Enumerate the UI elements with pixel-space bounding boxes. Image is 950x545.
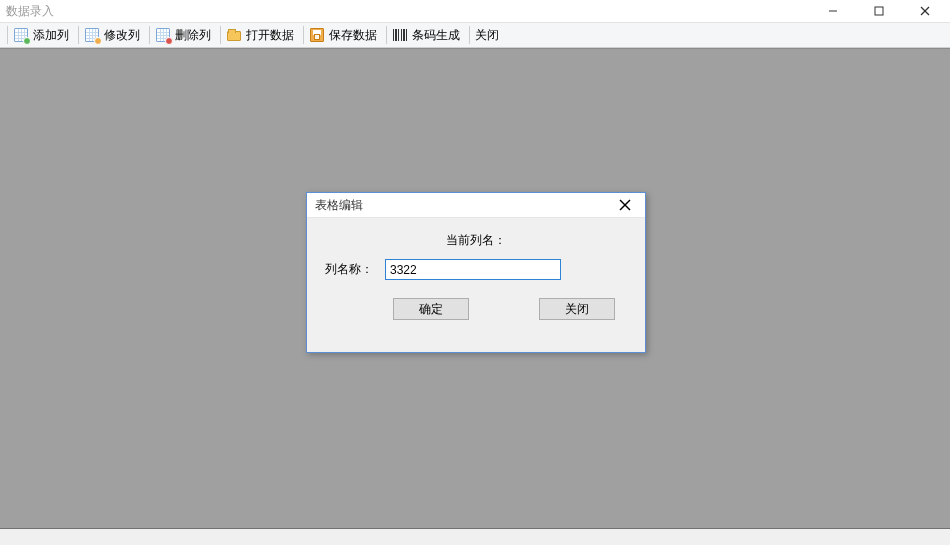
status-bar bbox=[0, 528, 950, 545]
table-edit-icon bbox=[84, 27, 100, 43]
toolbar-label: 修改列 bbox=[104, 27, 140, 44]
toolbar-label: 删除列 bbox=[175, 27, 211, 44]
toolbar-separator bbox=[303, 26, 304, 44]
dialog-close-button[interactable] bbox=[605, 193, 645, 218]
toolbar-label: 关闭 bbox=[475, 27, 499, 44]
close-icon bbox=[920, 6, 930, 16]
barcode-generate-button[interactable]: 条码生成 bbox=[390, 24, 466, 46]
window-title: 数据录入 bbox=[6, 3, 810, 20]
edit-column-button[interactable]: 修改列 bbox=[82, 24, 146, 46]
open-data-button[interactable]: 打开数据 bbox=[224, 24, 300, 46]
toolbar-separator bbox=[220, 26, 221, 44]
toolbar: 添加列 修改列 删除列 打开数据 保存数据 条码生成 关闭 bbox=[0, 22, 950, 48]
toolbar-label: 条码生成 bbox=[412, 27, 460, 44]
workspace-area: 表格编辑 当前列名： 列名称： 确定 关闭 bbox=[0, 48, 950, 528]
toolbar-label: 保存数据 bbox=[329, 27, 377, 44]
window-minimize-button[interactable] bbox=[810, 0, 856, 22]
dialog-titlebar: 表格编辑 bbox=[307, 193, 645, 218]
save-data-button[interactable]: 保存数据 bbox=[307, 24, 383, 46]
svg-rect-1 bbox=[875, 7, 883, 15]
minimize-icon bbox=[828, 6, 838, 16]
column-name-label: 列名称： bbox=[325, 261, 379, 278]
column-name-input[interactable] bbox=[385, 259, 561, 280]
svg-line-3 bbox=[921, 7, 929, 15]
dialog-body: 当前列名： 列名称： 确定 关闭 bbox=[307, 218, 645, 320]
window-close-button[interactable] bbox=[902, 0, 948, 22]
toolbar-separator bbox=[469, 26, 470, 44]
maximize-icon bbox=[874, 6, 884, 16]
add-column-button[interactable]: 添加列 bbox=[11, 24, 75, 46]
dialog-button-row: 确定 关闭 bbox=[325, 298, 627, 320]
delete-column-button[interactable]: 删除列 bbox=[153, 24, 217, 46]
close-button[interactable]: 关闭 bbox=[539, 298, 615, 320]
barcode-icon bbox=[392, 27, 408, 43]
window-maximize-button[interactable] bbox=[856, 0, 902, 22]
window-titlebar: 数据录入 bbox=[0, 0, 950, 22]
dialog-title: 表格编辑 bbox=[315, 197, 605, 214]
table-edit-dialog: 表格编辑 当前列名： 列名称： 确定 关闭 bbox=[306, 192, 646, 353]
folder-open-icon bbox=[226, 27, 242, 43]
dialog-heading: 当前列名： bbox=[325, 228, 627, 259]
toolbar-label: 打开数据 bbox=[246, 27, 294, 44]
toolbar-separator bbox=[149, 26, 150, 44]
ok-button[interactable]: 确定 bbox=[393, 298, 469, 320]
column-name-row: 列名称： bbox=[325, 259, 627, 280]
toolbar-separator bbox=[78, 26, 79, 44]
svg-line-2 bbox=[921, 7, 929, 15]
toolbar-label: 添加列 bbox=[33, 27, 69, 44]
toolbar-close-button[interactable]: 关闭 bbox=[473, 24, 505, 46]
save-icon bbox=[309, 27, 325, 43]
toolbar-separator bbox=[386, 26, 387, 44]
toolbar-separator bbox=[7, 26, 8, 44]
close-icon bbox=[619, 199, 631, 211]
table-delete-icon bbox=[155, 27, 171, 43]
table-add-icon bbox=[13, 27, 29, 43]
